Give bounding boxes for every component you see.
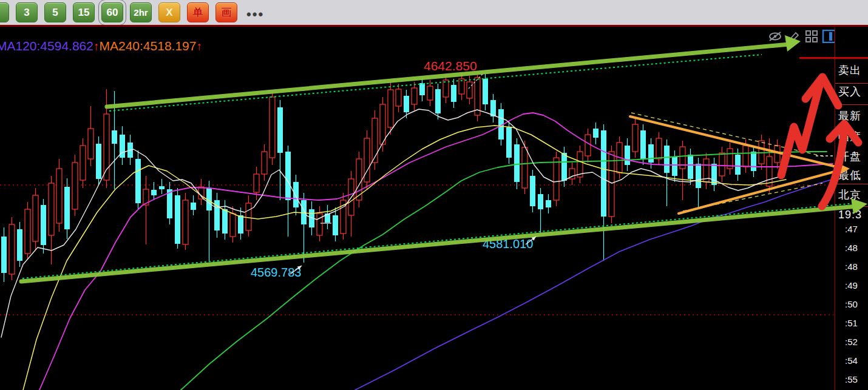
tick-time-item: :55: [845, 374, 868, 385]
sidebar-field-卖出[interactable]: 卖出: [838, 63, 868, 78]
tick-time-item: :47: [845, 224, 868, 234]
grid-icon[interactable]: [805, 30, 818, 43]
sidebar-field-北京: 北京: [838, 187, 868, 202]
timeframe-button-2hr[interactable]: 2hr: [130, 2, 152, 22]
sidebar-field-幅度: 幅度: [838, 129, 868, 144]
sidebar-field-19:3: 19:3: [838, 209, 868, 221]
tick-time-item: :52: [845, 337, 868, 347]
sidebar-separator: [835, 104, 868, 105]
pencil-icon[interactable]: [787, 30, 801, 43]
sidebar-field-最低: 最低: [838, 168, 868, 183]
sidebar-separator: [835, 83, 868, 84]
sidebar-field-最新: 最新: [838, 109, 868, 123]
timeframe-button-画[interactable]: 画: [215, 2, 237, 22]
quote-sidebar: 卖出买入最新幅度开盘最低北京19:3:47:48:48:49:50:51:52:…: [835, 27, 868, 390]
sidebar-separator: [835, 206, 868, 207]
ma240-up-arrow: ↑: [196, 40, 202, 53]
timeframe-button-3[interactable]: 3: [16, 2, 38, 22]
tick-time-item: :51: [845, 318, 868, 328]
tick-time-item: :50: [845, 299, 868, 309]
eye-off-icon[interactable]: [767, 30, 783, 43]
ma120-value: MA120:4594.862: [0, 39, 93, 53]
chart-tool-icons: [767, 30, 836, 43]
sidebar-top-border: [799, 57, 868, 59]
more-options-button[interactable]: •••: [246, 7, 264, 22]
sidebar-separator: [835, 184, 868, 184]
timeframe-button-stub[interactable]: [0, 2, 9, 22]
tick-time-item: :48: [845, 261, 868, 272]
timeframe-button-60[interactable]: 60: [101, 2, 123, 22]
tick-time-item: :49: [845, 280, 868, 291]
timeframe-button-5[interactable]: 5: [44, 2, 66, 22]
timeframe-toolbar: 3515602hrX单画•••: [0, 0, 868, 25]
tick-time-item: :48: [845, 243, 868, 253]
trading-app-window: 3515602hrX单画••• MA120:4594.862↑MA240:451…: [0, 0, 868, 390]
sidebar-field-买入[interactable]: 买入: [838, 84, 868, 99]
sidebar-field-开盘: 开盘: [838, 149, 868, 164]
timeframe-button-单[interactable]: 单: [187, 2, 209, 22]
timeframe-button-15[interactable]: 15: [73, 2, 95, 22]
ma240-value: MA240:4518.197: [99, 39, 196, 53]
price-label-low-2: 4581.010: [483, 237, 533, 251]
ma-indicator-readout: MA120:4594.862↑MA240:4518.197↑: [0, 39, 202, 53]
timeframe-button-X[interactable]: X: [158, 2, 180, 22]
price-label-low-1: 4569.783: [251, 266, 301, 280]
toolbar-divider: [0, 25, 868, 27]
price-label-high: 4642.850: [424, 59, 477, 73]
tick-time-item: :54: [845, 355, 868, 366]
